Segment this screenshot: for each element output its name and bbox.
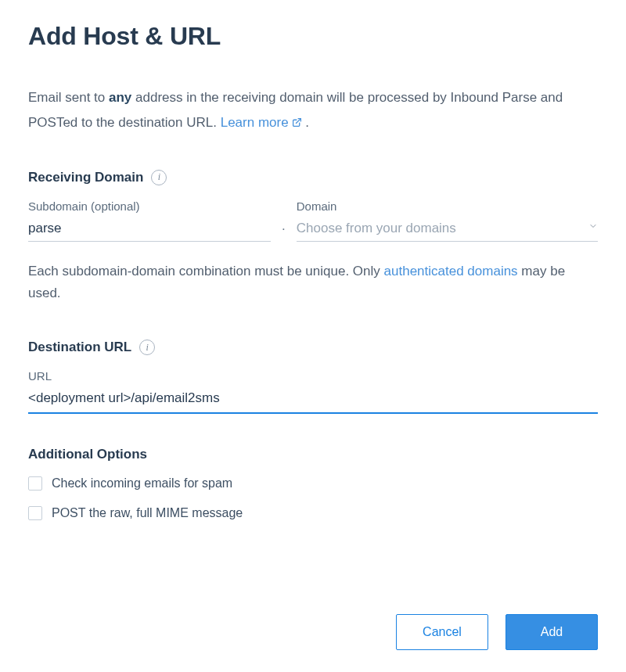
desc-bold-any: any bbox=[109, 90, 131, 105]
subdomain-input[interactable] bbox=[28, 217, 271, 242]
learn-more-link[interactable]: Learn more bbox=[221, 115, 302, 130]
info-icon[interactable]: i bbox=[151, 170, 167, 185]
raw-mime-row: POST the raw, full MIME message bbox=[28, 506, 598, 520]
external-link-icon bbox=[292, 111, 302, 136]
domain-select[interactable]: Choose from your domains bbox=[297, 217, 598, 242]
domain-label: Domain bbox=[297, 199, 598, 213]
cancel-button[interactable]: Cancel bbox=[396, 614, 488, 650]
dialog-description: Email sent to any address in the receivi… bbox=[28, 85, 598, 137]
raw-mime-checkbox-label: POST the raw, full MIME message bbox=[52, 506, 243, 520]
learn-more-label: Learn more bbox=[221, 115, 289, 130]
additional-options-section: Additional Options Check incoming emails… bbox=[28, 447, 598, 520]
url-field: URL bbox=[28, 369, 598, 414]
domain-separator-dot: . bbox=[282, 218, 286, 242]
spam-checkbox[interactable] bbox=[28, 476, 42, 491]
helper-prefix: Each subdomain-domain combination must b… bbox=[28, 264, 384, 279]
add-host-url-dialog: Add Host & URL Email sent to any address… bbox=[0, 0, 626, 672]
dialog-buttons: Cancel Add bbox=[396, 614, 598, 650]
destination-url-input[interactable] bbox=[28, 387, 598, 414]
domain-field: Domain Choose from your domains bbox=[297, 199, 598, 242]
spam-check-row: Check incoming emails for spam bbox=[28, 476, 598, 491]
domain-select-placeholder: Choose from your domains bbox=[297, 221, 456, 236]
domain-helper-text: Each subdomain-domain combination must b… bbox=[28, 261, 598, 306]
svg-line-0 bbox=[296, 119, 300, 124]
destination-url-title: Destination URL bbox=[28, 340, 131, 355]
info-icon[interactable]: i bbox=[139, 340, 155, 355]
desc-text-prefix: Email sent to bbox=[28, 90, 109, 105]
domain-fields-row: Subdomain (optional) . Domain Choose fro… bbox=[28, 199, 598, 242]
spam-checkbox-label: Check incoming emails for spam bbox=[52, 476, 232, 491]
raw-mime-checkbox[interactable] bbox=[28, 506, 42, 520]
receiving-domain-title: Receiving Domain bbox=[28, 170, 143, 185]
subdomain-field: Subdomain (optional) bbox=[28, 199, 271, 242]
desc-text-suffix: . bbox=[302, 115, 309, 130]
dialog-title: Add Host & URL bbox=[28, 22, 598, 51]
receiving-domain-header: Receiving Domain i bbox=[28, 170, 598, 185]
additional-options-title: Additional Options bbox=[28, 447, 598, 462]
chevron-down-icon bbox=[588, 219, 598, 235]
destination-url-header: Destination URL i bbox=[28, 340, 598, 355]
subdomain-label: Subdomain (optional) bbox=[28, 199, 271, 213]
url-label: URL bbox=[28, 369, 598, 383]
add-button[interactable]: Add bbox=[505, 614, 598, 650]
authenticated-domains-link[interactable]: authenticated domains bbox=[384, 264, 518, 279]
